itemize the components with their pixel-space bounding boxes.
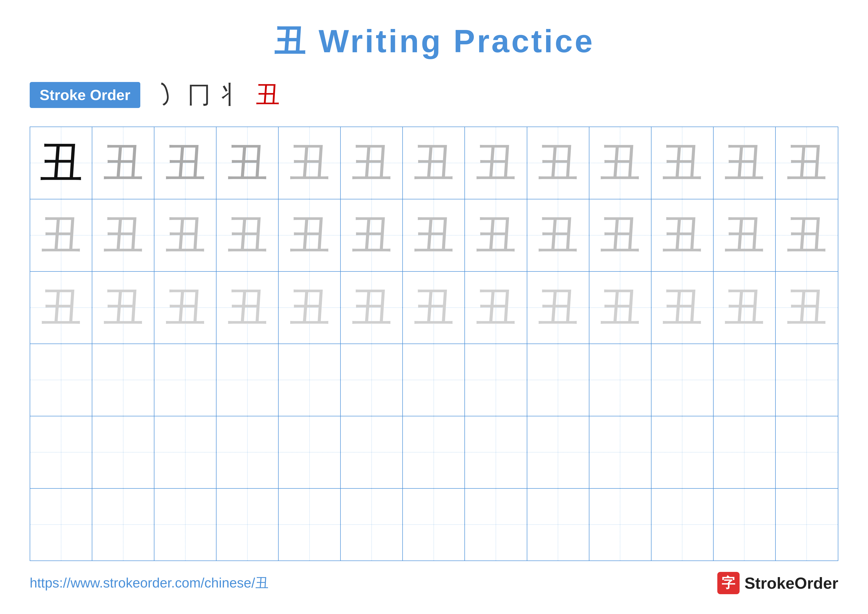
grid-cell: 丑 xyxy=(341,272,403,344)
grid-cell: 丑 xyxy=(465,199,527,271)
grid-cell: 丑 xyxy=(30,127,92,199)
grid-cell: 丑 xyxy=(341,199,403,271)
page: 丑 Writing Practice Stroke Order ㇁ 冂 丬 丑 … xyxy=(0,0,868,614)
grid-cell: 丑 xyxy=(589,199,651,271)
stroke-step-2: 冂 xyxy=(187,79,211,111)
grid-cell: 丑 xyxy=(30,199,92,271)
grid-cell xyxy=(92,417,154,488)
grid-cell: 丑 xyxy=(589,127,651,199)
stroke-steps: ㇁ 冂 丬 丑 xyxy=(153,78,280,112)
grid-cell: 丑 xyxy=(217,127,279,199)
grid-cell: 丑 xyxy=(341,127,403,199)
grid-cell xyxy=(776,417,838,488)
grid-cell: 丑 xyxy=(403,199,465,271)
grid-cell: 丑 xyxy=(465,127,527,199)
grid-cell: 丑 xyxy=(527,199,589,271)
grid-cell xyxy=(279,489,341,561)
grid-cell xyxy=(341,417,403,488)
grid-cell xyxy=(403,344,465,416)
grid-cell xyxy=(154,489,217,561)
stroke-order-row: Stroke Order ㇁ 冂 丬 丑 xyxy=(30,78,838,112)
grid-cell: 丑 xyxy=(154,199,217,271)
grid-cell xyxy=(30,489,92,561)
grid-row-1: 丑丑丑丑丑丑丑丑丑丑丑丑丑 xyxy=(30,199,838,272)
grid-cell xyxy=(341,344,403,416)
grid-row-2: 丑丑丑丑丑丑丑丑丑丑丑丑丑 xyxy=(30,272,838,344)
grid-cell: 丑 xyxy=(92,127,154,199)
grid-cell xyxy=(403,489,465,561)
grid-cell xyxy=(30,344,92,416)
grid-cell xyxy=(465,489,527,561)
grid-cell xyxy=(651,417,714,488)
grid-cell xyxy=(527,344,589,416)
grid-cell xyxy=(465,417,527,488)
grid-cell xyxy=(30,417,92,488)
grid-cell: 丑 xyxy=(714,199,776,271)
grid-cell: 丑 xyxy=(30,272,92,344)
grid-cell xyxy=(776,344,838,416)
grid-row-5 xyxy=(30,489,838,561)
grid-cell xyxy=(217,489,279,561)
grid-cell: 丑 xyxy=(527,127,589,199)
grid-cell xyxy=(589,489,651,561)
grid-cell: 丑 xyxy=(714,127,776,199)
grid-cell: 丑 xyxy=(217,199,279,271)
footer-url: https://www.strokeorder.com/chinese/丑 xyxy=(30,574,269,592)
grid-cell: 丑 xyxy=(651,127,714,199)
grid-cell: 丑 xyxy=(92,199,154,271)
grid-cell: 丑 xyxy=(279,199,341,271)
footer-brand: 字 StrokeOrder xyxy=(717,572,838,594)
stroke-step-1: ㇁ xyxy=(153,78,177,112)
grid-cell xyxy=(651,344,714,416)
grid-row-3 xyxy=(30,344,838,417)
grid-cell xyxy=(714,417,776,488)
grid-cell xyxy=(527,489,589,561)
grid-cell xyxy=(589,417,651,488)
grid-cell xyxy=(92,489,154,561)
grid-cell xyxy=(341,489,403,561)
grid-cell xyxy=(217,344,279,416)
stroke-step-4: 丑 xyxy=(255,78,280,112)
grid-cell xyxy=(154,344,217,416)
footer-brand-text: StrokeOrder xyxy=(744,574,838,592)
grid-cell xyxy=(279,344,341,416)
grid-cell xyxy=(527,417,589,488)
grid-cell: 丑 xyxy=(217,272,279,344)
grid-cell xyxy=(714,344,776,416)
grid-cell: 丑 xyxy=(465,272,527,344)
grid-cell: 丑 xyxy=(527,272,589,344)
grid-row-0: 丑丑丑丑丑丑丑丑丑丑丑丑丑 xyxy=(30,127,838,199)
grid-cell xyxy=(92,344,154,416)
grid-cell: 丑 xyxy=(776,199,838,271)
footer-logo-icon: 字 xyxy=(717,572,739,594)
grid-cell xyxy=(465,344,527,416)
grid-cell: 丑 xyxy=(651,272,714,344)
grid-cell xyxy=(714,489,776,561)
footer: https://www.strokeorder.com/chinese/丑 字 … xyxy=(30,572,838,594)
grid-cell: 丑 xyxy=(154,272,217,344)
grid-cell: 丑 xyxy=(403,272,465,344)
grid-cell: 丑 xyxy=(776,272,838,344)
grid-cell: 丑 xyxy=(714,272,776,344)
grid-row-4 xyxy=(30,417,838,489)
practice-grid: 丑丑丑丑丑丑丑丑丑丑丑丑丑丑丑丑丑丑丑丑丑丑丑丑丑丑丑丑丑丑丑丑丑丑丑丑丑丑丑 xyxy=(30,127,838,561)
grid-cell: 丑 xyxy=(154,127,217,199)
grid-cell: 丑 xyxy=(279,272,341,344)
grid-cell: 丑 xyxy=(776,127,838,199)
grid-cell: 丑 xyxy=(403,127,465,199)
grid-cell: 丑 xyxy=(589,272,651,344)
stroke-step-3: 丬 xyxy=(221,78,245,112)
grid-cell: 丑 xyxy=(651,199,714,271)
grid-cell xyxy=(279,417,341,488)
grid-cell xyxy=(403,417,465,488)
grid-cell xyxy=(589,344,651,416)
grid-cell xyxy=(651,489,714,561)
grid-cell: 丑 xyxy=(92,272,154,344)
grid-cell xyxy=(217,417,279,488)
page-title: 丑 Writing Practice xyxy=(30,20,838,64)
grid-cell xyxy=(154,417,217,488)
stroke-order-badge: Stroke Order xyxy=(30,82,140,108)
grid-cell xyxy=(776,489,838,561)
grid-cell: 丑 xyxy=(279,127,341,199)
